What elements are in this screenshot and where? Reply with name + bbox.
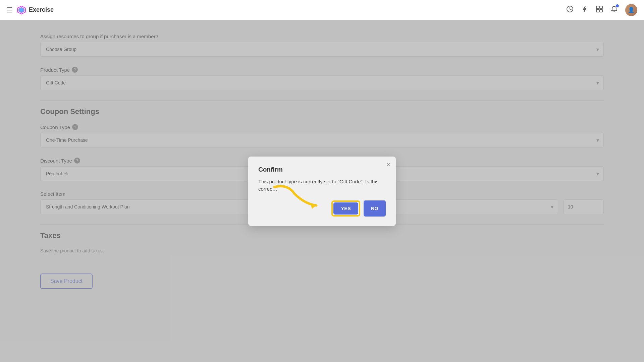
navbar-left: ☰ Exercise	[7, 5, 54, 15]
avatar-image: 👤	[625, 4, 637, 16]
svg-rect-7	[600, 9, 602, 12]
svg-rect-4	[596, 6, 599, 9]
confirm-no-button[interactable]: NO	[364, 200, 386, 217]
avatar[interactable]: 👤	[625, 4, 637, 16]
notification-dot	[616, 4, 619, 7]
brand-icon	[17, 5, 26, 15]
modal-body: This product type is currently set to "G…	[258, 178, 386, 193]
modal-close-button[interactable]: ×	[386, 161, 390, 168]
brand-name: Exercise	[29, 6, 54, 13]
grid-icon[interactable]	[596, 5, 603, 14]
main-content: Assign resources to group if purchaser i…	[0, 20, 644, 362]
yes-highlight-box: YES	[331, 200, 360, 217]
modal-title: Confirm	[258, 166, 386, 173]
svg-rect-6	[596, 9, 599, 12]
modal-actions: YES NO	[258, 200, 386, 217]
brand-logo: Exercise	[17, 5, 54, 15]
confirm-yes-button[interactable]: YES	[333, 202, 358, 215]
hamburger-icon[interactable]: ☰	[7, 6, 13, 14]
history-icon[interactable]	[566, 5, 574, 14]
navbar-right: 👤	[566, 4, 637, 16]
bell-icon[interactable]	[610, 5, 618, 14]
modal-backdrop: Confirm × This product type is currently…	[0, 20, 644, 362]
confirm-modal: Confirm × This product type is currently…	[248, 157, 396, 226]
yes-button-container: YES	[331, 200, 360, 217]
svg-rect-5	[600, 6, 602, 9]
navbar: ☰ Exercise	[0, 0, 644, 20]
svg-marker-8	[311, 203, 316, 209]
bolt-icon[interactable]	[581, 5, 588, 14]
